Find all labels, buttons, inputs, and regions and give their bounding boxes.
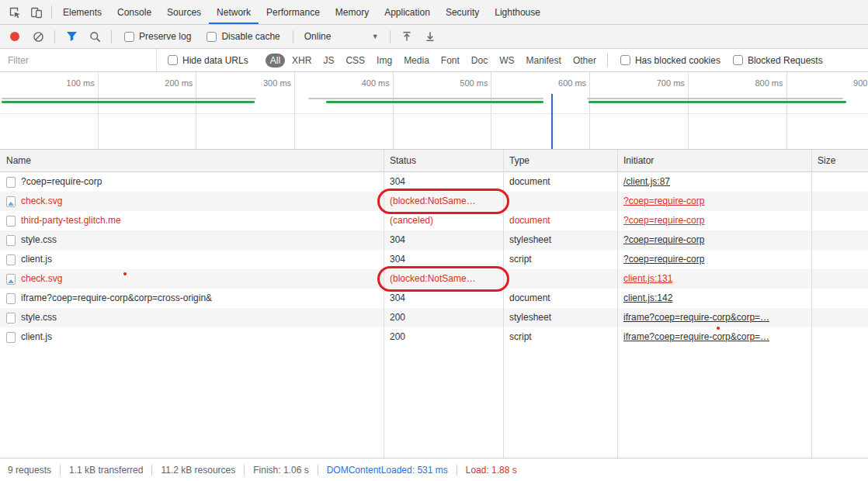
requests-table: NameStatusTypeInitiatorSize ?coep=requir… [0, 150, 868, 458]
size-cell [811, 172, 868, 192]
tab-sources[interactable]: Sources [159, 0, 209, 24]
type-filter-xhr[interactable]: XHR [287, 54, 316, 67]
annotation-dot [717, 327, 720, 330]
disable-cache-checkbox[interactable]: Disable cache [207, 31, 279, 42]
type-filter-css[interactable]: CSS [341, 54, 370, 67]
divider [293, 30, 293, 43]
search-icon[interactable] [85, 26, 105, 47]
inspect-element-icon[interactable] [5, 2, 25, 22]
tab-network[interactable]: Network [209, 0, 259, 24]
initiator-link[interactable]: ?coep=require-corp [623, 196, 704, 206]
column-header-name[interactable]: Name [0, 150, 384, 171]
initiator-link[interactable]: client.js:131 [623, 273, 672, 284]
throttling-value: Online [304, 31, 332, 42]
initiator-link[interactable]: iframe?coep=require-corp&corp=… [623, 312, 769, 323]
initiator-cell: client.js:131 [617, 269, 811, 289]
tab-security[interactable]: Security [438, 0, 487, 24]
initiator-link[interactable]: client.js:142 [623, 292, 672, 303]
table-row[interactable]: client.js200scriptiframe?coep=require-co… [0, 327, 868, 347]
disable-cache-label: Disable cache [221, 31, 279, 42]
document-icon [6, 235, 16, 246]
table-row[interactable]: check.svg(blocked:NotSame…?coep=require-… [0, 192, 868, 211]
type-filter-manifest[interactable]: Manifest [522, 54, 566, 67]
type-filter-all[interactable]: All [266, 54, 285, 67]
ruler-label: 800 ms [689, 72, 787, 94]
tab-lighthouse[interactable]: Lighthouse [487, 0, 548, 24]
waterfall-bar [587, 98, 843, 99]
type-filter-font[interactable]: Font [436, 54, 464, 67]
request-name: third-party-test.glitch.me [21, 211, 121, 230]
table-row[interactable]: ?coep=require-corp304document/client.js:… [0, 172, 868, 192]
record-button[interactable] [5, 26, 25, 47]
size-cell [811, 327, 868, 347]
image-icon [6, 274, 16, 285]
table-row[interactable]: third-party-test.glitch.me(canceled)docu… [0, 211, 868, 230]
status-cell: 304 [384, 230, 503, 250]
divider [51, 5, 52, 19]
ruler-label: 500 ms [394, 72, 492, 94]
status-item: Load: 1.88 s [457, 465, 526, 476]
checkbox-icon[interactable] [168, 55, 178, 65]
checkbox-icon[interactable] [733, 55, 743, 65]
device-toolbar-icon[interactable] [26, 2, 47, 22]
size-cell [811, 269, 868, 289]
blocked-requests-checkbox[interactable]: Blocked Requests [733, 55, 823, 66]
initiator-link[interactable]: ?coep=require-corp [623, 234, 704, 245]
type-filter-other[interactable]: Other [568, 54, 601, 67]
initiator-link[interactable]: ?coep=require-corp [623, 254, 704, 265]
ruler-label: 900 ms [787, 72, 868, 94]
filter-toggle-icon[interactable] [61, 26, 82, 47]
filter-input[interactable] [6, 54, 146, 67]
timeline-overview[interactable]: 100 ms200 ms300 ms400 ms500 ms600 ms700 … [0, 72, 868, 150]
column-divider[interactable] [811, 150, 812, 458]
checkbox-icon[interactable] [124, 32, 134, 42]
document-icon [6, 254, 16, 265]
export-har-icon[interactable] [420, 26, 440, 47]
column-header-initiator[interactable]: Initiator [617, 150, 811, 171]
column-header-status[interactable]: Status [384, 150, 503, 171]
clear-button[interactable] [28, 26, 48, 47]
domcontentloaded-marker [551, 94, 553, 150]
tab-application[interactable]: Application [377, 0, 438, 24]
size-cell [811, 308, 868, 327]
column-header-size[interactable]: Size [811, 150, 868, 171]
type-filter-img[interactable]: Img [372, 54, 397, 67]
table-row[interactable]: style.css304stylesheet?coep=require-corp [0, 230, 868, 250]
table-row[interactable]: iframe?coep=require-corp&corp=cross-orig… [0, 289, 868, 308]
status-cell: 200 [384, 327, 503, 347]
column-header-type[interactable]: Type [503, 150, 617, 171]
type-cell [503, 192, 617, 211]
checkbox-icon[interactable] [620, 55, 630, 65]
table-row[interactable]: style.css200stylesheetiframe?coep=requir… [0, 308, 868, 327]
hide-data-urls-checkbox[interactable]: Hide data URLs [168, 55, 248, 66]
column-divider[interactable] [617, 150, 618, 458]
divider [111, 30, 112, 43]
column-divider[interactable] [503, 150, 504, 458]
size-cell [811, 230, 868, 250]
tab-memory[interactable]: Memory [328, 0, 377, 24]
tab-console[interactable]: Console [109, 0, 159, 24]
checkbox-icon[interactable] [207, 32, 217, 42]
type-filter-ws[interactable]: WS [495, 54, 519, 67]
initiator-link[interactable]: iframe?coep=require-corp&corp=… [623, 331, 769, 342]
preserve-log-checkbox[interactable]: Preserve log [124, 31, 191, 42]
type-filter-js[interactable]: JS [318, 54, 339, 67]
initiator-link[interactable]: ?coep=require-corp [623, 215, 704, 226]
throttling-select[interactable]: Online ▼ [304, 31, 379, 42]
tab-elements[interactable]: Elements [55, 0, 109, 24]
initiator-link[interactable]: /client.js:87 [623, 176, 670, 187]
name-cell: third-party-test.glitch.me [0, 211, 384, 230]
type-filter-doc[interactable]: Doc [467, 54, 492, 67]
has-blocked-cookies-checkbox[interactable]: Has blocked cookies [620, 55, 720, 66]
divider [54, 30, 55, 43]
column-divider[interactable] [384, 150, 384, 458]
name-cell: client.js [0, 327, 384, 347]
import-har-icon[interactable] [397, 26, 417, 47]
type-filter-media[interactable]: Media [399, 54, 434, 67]
document-icon [6, 216, 16, 227]
tab-performance[interactable]: Performance [259, 0, 328, 24]
table-row[interactable]: client.js304script?coep=require-corp [0, 250, 868, 269]
ruler-label: 200 ms [99, 72, 197, 94]
table-row[interactable]: check.svg(blocked:NotSame…client.js:131 [0, 269, 868, 289]
type-cell: stylesheet [503, 308, 617, 327]
